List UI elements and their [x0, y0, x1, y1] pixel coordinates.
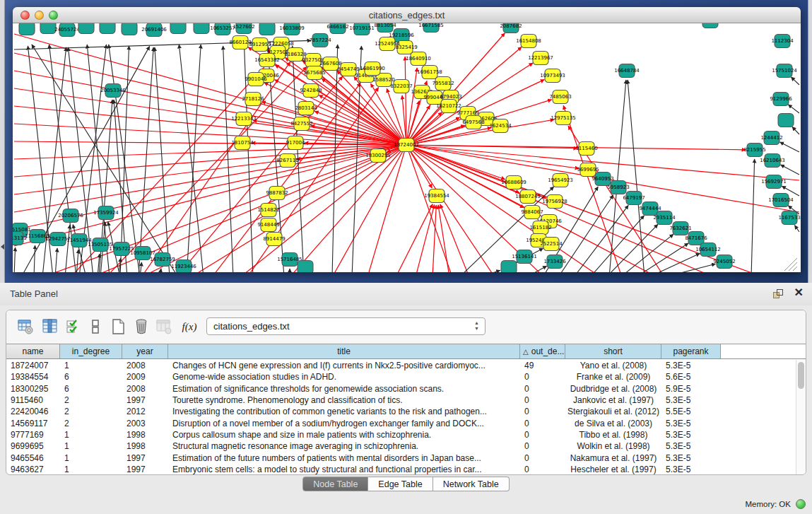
table-row[interactable]: 2242004622012Investigating the contribut… [6, 406, 796, 417]
network-node[interactable] [506, 176, 522, 189]
network-node[interactable] [146, 23, 162, 37]
network-node[interactable] [619, 64, 635, 78]
table-cell-title[interactable]: Disruption of a novel member of a sodium… [168, 419, 520, 428]
domino-icon[interactable] [86, 317, 105, 336]
network-node[interactable] [30, 230, 45, 243]
network-node[interactable] [288, 48, 303, 62]
table-cell-in_degree[interactable]: 1 [60, 361, 122, 370]
table-cell-in_degree[interactable]: 2 [60, 395, 122, 405]
table-cell-out_de[interactable]: 49 [520, 361, 565, 370]
network-node[interactable] [765, 154, 780, 168]
table-cell-in_degree[interactable]: 1 [60, 430, 122, 440]
table-row[interactable]: 1872400712008Changes of HCN gene express… [6, 360, 796, 371]
network-node[interactable] [194, 23, 209, 34]
network-node[interactable] [379, 37, 395, 51]
table-cell-year[interactable]: 1998 [122, 441, 168, 451]
network-node[interactable] [766, 175, 782, 189]
network-node[interactable] [520, 190, 536, 204]
network-node[interactable] [294, 117, 310, 131]
network-canvas[interactable]: 2405572420691406106532571527602160338097… [13, 23, 801, 272]
network-node[interactable] [63, 209, 78, 223]
panel-collapse-handle-icon[interactable] [1, 244, 4, 250]
network-node[interactable] [543, 238, 559, 251]
network-node[interactable] [13, 232, 23, 245]
table-cell-year[interactable]: 2008 [122, 361, 168, 370]
table-cell-in_degree[interactable]: 1 [60, 441, 122, 451]
table-settings-icon[interactable] [16, 317, 35, 336]
network-node[interactable] [579, 142, 594, 156]
network-node[interactable] [399, 139, 414, 152]
table-cell-pagerank[interactable]: 5.9E-5 [661, 384, 721, 394]
network-node[interactable] [100, 23, 115, 34]
network-node[interactable] [700, 243, 716, 257]
network-node[interactable] [411, 52, 426, 66]
table-cell-year[interactable]: 1997 [122, 395, 168, 405]
network-node[interactable] [298, 261, 313, 273]
table-cell-year[interactable]: 1997 [122, 453, 168, 463]
network-node[interactable] [657, 211, 672, 225]
network-node[interactable] [435, 77, 451, 90]
network-node[interactable] [533, 221, 548, 235]
network-node[interactable] [764, 132, 779, 145]
network-node[interactable] [93, 238, 108, 252]
table-cell-short[interactable]: Stergiakouli et al. (2012) [565, 407, 661, 416]
network-node[interactable] [547, 195, 563, 209]
table-cell-out_de[interactable]: 0 [520, 384, 565, 394]
table-cell-in_degree[interactable]: 1 [60, 465, 122, 474]
network-node[interactable] [778, 114, 794, 127]
table-selector-dropdown[interactable]: citations_edges.txt ▲▼ [206, 317, 486, 335]
column-header-pagerank[interactable]: pagerank [661, 344, 721, 358]
table-row[interactable]: 969969511998Structural magnetic resonanc… [6, 440, 796, 452]
network-node[interactable] [269, 187, 285, 200]
table-row[interactable]: 911546021997Tourette syndrome. Phenomeno… [6, 395, 796, 406]
network-node[interactable] [354, 23, 370, 35]
float-panel-icon[interactable] [773, 289, 784, 299]
network-node[interactable] [323, 57, 339, 71]
network-node[interactable] [673, 222, 688, 235]
network-node[interactable] [170, 23, 186, 34]
scrollbar-thumb[interactable] [798, 362, 804, 389]
network-node[interactable] [642, 202, 658, 216]
table-vertical-scrollbar[interactable] [796, 360, 806, 474]
network-node[interactable] [747, 144, 763, 157]
table-cell-in_degree[interactable]: 2 [60, 419, 122, 428]
network-node[interactable] [105, 84, 121, 98]
table-cell-pagerank[interactable]: 5.3E-5 [661, 419, 721, 428]
network-node[interactable] [773, 93, 789, 106]
table-cell-short[interactable]: Jankovic et al. (1997) [565, 395, 661, 405]
network-node[interactable] [280, 154, 295, 168]
new-table-icon[interactable] [109, 317, 127, 336]
column-header-out_de[interactable]: △out_de... [520, 344, 565, 358]
network-node[interactable] [236, 23, 252, 34]
table-cell-short[interactable]: Hescheler et al. (1997) [565, 465, 661, 474]
table-cell-out_de[interactable]: 0 [520, 407, 565, 416]
network-node[interactable] [78, 23, 94, 34]
row-check-icon[interactable] [64, 317, 83, 336]
table-cell-in_degree[interactable]: 2 [60, 407, 122, 416]
table-row[interactable]: 1456911722003Disruption of a novel membe… [6, 417, 796, 428]
network-node[interactable] [611, 181, 626, 194]
network-node[interactable] [702, 23, 718, 28]
table-cell-pagerank[interactable]: 5.3E-5 [661, 395, 721, 405]
network-node[interactable] [370, 149, 386, 163]
table-cell-pagerank[interactable]: 5.3E-5 [661, 465, 721, 474]
table-cell-title[interactable]: Genome-wide association studies in ADHD. [168, 372, 520, 382]
network-node[interactable] [50, 233, 66, 246]
network-node[interactable] [59, 23, 75, 37]
table-cell-name[interactable]: 9463627 [6, 465, 60, 474]
network-node[interactable] [553, 174, 568, 187]
network-node[interactable] [773, 194, 789, 207]
table-cell-title[interactable]: Estimation of significance thresholds fo… [168, 384, 520, 394]
table-row[interactable]: 1830029562008Estimation of significance … [6, 383, 796, 395]
table-row[interactable]: 1938455462009Genome-wide association stu… [6, 371, 796, 382]
network-node[interactable] [135, 247, 151, 260]
network-node[interactable] [553, 90, 568, 104]
network-node[interactable] [777, 64, 792, 78]
network-node[interactable] [261, 204, 276, 217]
table-cell-in_degree[interactable]: 6 [60, 372, 122, 382]
table-cell-out_de[interactable]: 0 [520, 372, 565, 382]
table-cell-short[interactable]: Wolkin et al. (1998) [565, 441, 661, 451]
table-cell-title[interactable]: Corpus callosum shape and size in male p… [168, 430, 520, 440]
column-header-short[interactable]: short [565, 344, 661, 358]
network-node[interactable] [114, 243, 129, 256]
